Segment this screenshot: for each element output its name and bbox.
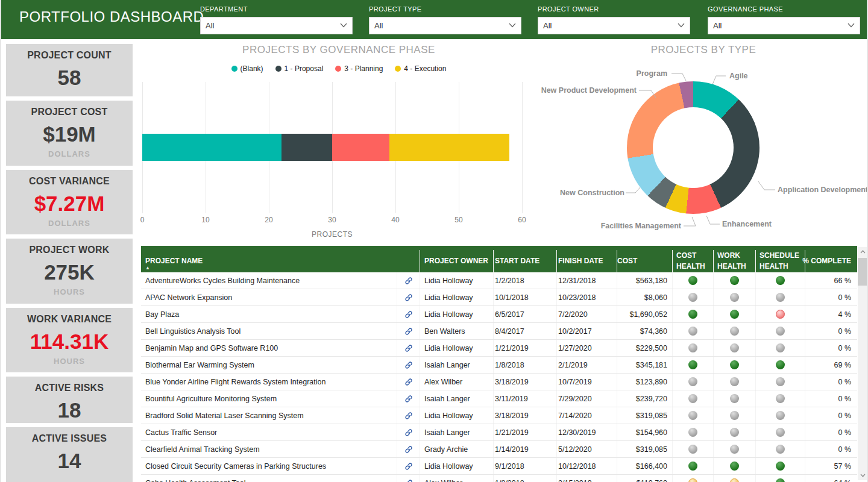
- legend-item[interactable]: 1 - Proposal: [275, 64, 324, 73]
- bar-x-axis: 0102030405060: [142, 216, 522, 225]
- legend-item[interactable]: 3 - Planning: [335, 64, 383, 73]
- column-header-cost-health[interactable]: COST HEALTH: [673, 250, 714, 272]
- work-health-indicator: [714, 323, 756, 339]
- link-icon: [404, 479, 413, 482]
- table-row[interactable]: Biothermal Ear Warming SystemIsaiah Lang…: [141, 357, 857, 374]
- bar-segment-1-proposal[interactable]: [281, 134, 332, 161]
- health-grey-icon: [730, 411, 739, 420]
- table-row[interactable]: Bradford Solid Material Laser Scanning S…: [141, 407, 857, 424]
- cell-finish-date: 12/31/2018: [557, 272, 617, 289]
- cell-cost: $239,720: [617, 390, 673, 407]
- column-header-project-owner[interactable]: PROJECT OWNER: [420, 250, 494, 272]
- table-row[interactable]: Closed Circuit Security Cameras in Parki…: [141, 458, 857, 475]
- table-row[interactable]: AdventureWorks Cycles Building Maintenan…: [141, 272, 857, 289]
- project-link[interactable]: [397, 458, 420, 474]
- donut-label-enhancement: Enhancement: [722, 220, 772, 228]
- cost-health-indicator: [673, 323, 714, 339]
- project-link[interactable]: [397, 390, 420, 407]
- cell-finish-date: 12/30/2019: [557, 424, 617, 440]
- cell-cost: $563,180: [617, 272, 673, 289]
- filter-project-type: PROJECT TYPE All: [369, 5, 521, 34]
- bar-segment-4-execution[interactable]: [389, 134, 510, 161]
- schedule-health-indicator: [756, 475, 805, 482]
- kpi-unit: DOLLARS: [6, 219, 133, 228]
- table-row[interactable]: APAC Network ExpansionLidia Holloway10/1…: [141, 289, 857, 306]
- scroll-up-button[interactable]: [858, 247, 867, 257]
- link-icon: [404, 412, 413, 420]
- cell-project-name: Blue Yonder Airline Flight Rewards Syste…: [141, 374, 397, 390]
- cell-project-name: APAC Network Expansion: [141, 289, 397, 305]
- filter-label: PROJECT OWNER: [538, 5, 690, 13]
- cell-cost: $1,690,052: [617, 306, 673, 322]
- table-row[interactable]: Coho Health Assessment ToolAlex Wilber1/…: [141, 475, 857, 482]
- health-grey-icon: [688, 343, 697, 352]
- health-green-icon: [730, 360, 739, 369]
- column-header-start-date[interactable]: START DATE: [494, 250, 557, 272]
- table-row[interactable]: Benjamin Map and GPS Software R100Lidia …: [141, 340, 857, 357]
- table-row[interactable]: Bell Linguistics Analysis ToolBen Walter…: [141, 323, 857, 340]
- kpi-value: 18: [6, 398, 133, 422]
- project-link[interactable]: [397, 357, 420, 373]
- project-link[interactable]: [397, 289, 420, 305]
- table-row[interactable]: Cactus Traffic SensorIsaiah Langer1/21/2…: [141, 424, 857, 441]
- schedule-health-indicator: [756, 289, 805, 305]
- chevron-down-icon: [340, 23, 347, 28]
- project-link[interactable]: [397, 306, 420, 322]
- project-link[interactable]: [397, 340, 420, 356]
- kpi-title: ACTIVE ISSUES: [6, 433, 133, 444]
- portfolio-dashboard: PORTFOLIO DASHBOARD DEPARTMENT All PROJE…: [0, 0, 868, 482]
- cell-project-name: Benjamin Map and GPS Software R100: [141, 340, 397, 356]
- table-row[interactable]: Blue Yonder Airline Flight Rewards Syste…: [141, 374, 857, 390]
- legend-item[interactable]: 4 - Execution: [395, 64, 446, 73]
- kpi-title: PROJECT COUNT: [6, 50, 133, 61]
- health-grey-icon: [776, 377, 785, 386]
- governance-phase-dropdown[interactable]: All: [708, 17, 860, 34]
- dropdown-value: All: [543, 21, 552, 30]
- legend-item[interactable]: (Blank): [231, 64, 263, 73]
- schedule-health-indicator: [756, 306, 805, 322]
- cell-finish-date: 2/1/2019: [557, 357, 617, 373]
- schedule-health-indicator: [756, 458, 805, 474]
- project-link[interactable]: [397, 475, 420, 482]
- project-link[interactable]: [397, 272, 420, 289]
- project-owner-dropdown[interactable]: All: [538, 17, 690, 34]
- health-grey-icon: [776, 327, 785, 336]
- donut-label-agile: Agile: [729, 72, 748, 80]
- scrollbar-thumb[interactable]: [858, 258, 867, 286]
- cell-percent-complete: 66 %: [805, 272, 857, 289]
- department-dropdown[interactable]: All: [200, 17, 353, 34]
- x-tick-label: 50: [454, 216, 462, 224]
- column-header-schedule-health[interactable]: SCHEDULE HEALTH: [756, 250, 805, 272]
- health-green-icon: [688, 276, 697, 285]
- table-scrollbar[interactable]: [858, 247, 867, 480]
- bar-segment-3-planning[interactable]: [332, 134, 389, 161]
- cell-cost: $319,085: [617, 441, 673, 457]
- health-grey-icon: [730, 377, 739, 386]
- column-header-finish-date[interactable]: FINISH DATE: [557, 250, 617, 272]
- kpi-title: PROJECT WORK: [6, 245, 133, 255]
- table-row[interactable]: Clearfield Animal Tracking SystemGrady A…: [141, 441, 857, 458]
- filter-project-owner: PROJECT OWNER All: [538, 5, 690, 34]
- column-header-cost[interactable]: COST: [617, 250, 673, 272]
- project-type-dropdown[interactable]: All: [369, 17, 521, 34]
- health-red-icon: [776, 310, 785, 319]
- project-link[interactable]: [397, 407, 420, 424]
- column-header-work-health[interactable]: WORK HEALTH: [714, 250, 756, 272]
- kpi-title: WORK VARIANCE: [6, 314, 133, 325]
- project-link[interactable]: [397, 424, 420, 440]
- scroll-down-button[interactable]: [858, 471, 867, 480]
- cell-cost: $166,400: [617, 458, 673, 474]
- table-row[interactable]: Bay PlazaLidia Holloway6/5/20177/2/2020$…: [141, 306, 857, 323]
- project-link[interactable]: [397, 323, 420, 339]
- cell-finish-date: 10/23/2018: [557, 289, 617, 305]
- column-header-percent-complete[interactable]: % COMPLETE: [805, 250, 857, 272]
- column-header-project-name[interactable]: PROJECT NAME: [141, 250, 420, 272]
- cell-project-name: AdventureWorks Cycles Building Maintenan…: [141, 272, 397, 289]
- bar-segment--blank-[interactable]: [142, 134, 281, 161]
- dropdown-value: All: [374, 21, 383, 30]
- project-link[interactable]: [397, 374, 420, 390]
- table-row[interactable]: Bountiful Agriculture Monitoring SystemI…: [141, 390, 857, 407]
- project-link[interactable]: [397, 441, 420, 457]
- health-grey-icon: [730, 428, 739, 437]
- cost-health-indicator: [673, 441, 714, 457]
